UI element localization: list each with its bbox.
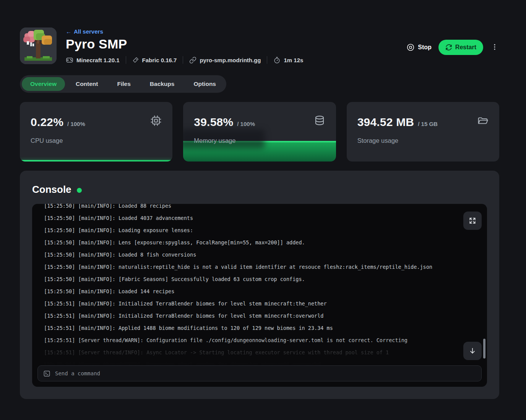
console-log-line: [15:25:51] [Server thread/WARN]: Configu… [44,334,469,346]
console-log-line: [15:25:51] [Server thread/INFO]: Async L… [44,346,469,359]
meta-label: 1m 12s [284,57,303,63]
stats-row: 0.22% / 100% CPU usage 39.58% / 100 [20,102,499,162]
console-card: Console [15:25:50] [main/INFO]: Loaded 8… [20,171,499,399]
cpu-usage-value: 0.22% [31,116,63,129]
cpu-usage-card: 0.22% / 100% CPU usage [20,102,172,162]
fabric-icon [132,57,139,63]
stop-button-label: Stop [418,44,432,51]
meta-minecraft-version: Minecraft 1.20.1 [66,56,120,64]
storage-usage-value: 394.52 MB [357,116,414,129]
divider [183,56,183,64]
expand-console-button[interactable] [463,212,482,230]
cpu-usage-label: CPU usage [31,137,63,144]
pixel-tree-icon [20,27,57,64]
server-header: ← All servers Pyro SMP Minecraft 1.20.1 [20,27,499,64]
console-header: Console [32,184,487,195]
console-log-line: [15:25:50] [main/INFO]: Loaded 88 recipe… [44,204,469,212]
back-link-label: All servers [74,28,103,35]
console-log-lines: [15:25:50] [main/INFO]: Loaded 88 recipe… [44,204,469,365]
console-log-line: [15:25:51] [Server thread/INFO]: Prepari… [44,359,469,365]
server-online-status-dot [77,188,82,193]
storage-usage-max: / 15 GB [418,121,438,127]
console-title: Console [32,184,71,195]
cpu-icon [150,115,162,128]
meta-loader-version: Fabric 0.16.7 [132,57,177,63]
memory-usage-value: 39.58% [194,116,233,129]
memory-usage-label: Memory usage [194,137,235,144]
console-log-line: [15:25:50] [main/INFO]: Loaded 8 fish co… [44,249,469,261]
database-icon [314,115,325,128]
console-log-line: [15:25:50] [main/INFO]: naturalist:repti… [44,261,469,273]
terminal-icon [43,370,50,377]
divider [126,56,126,64]
server-avatar [20,27,57,64]
tab-backups[interactable]: Backups [141,77,183,91]
console-log-line: [15:25:51] [main/INFO]: Initialized Terr… [44,297,469,310]
console-scrollbar-thumb[interactable] [483,339,485,359]
meta-label: pyro-smp.modrinth.gg [200,57,261,63]
divider [267,56,267,64]
back-to-all-servers-link[interactable]: ← All servers [66,28,103,35]
stop-button[interactable]: Stop [406,43,432,52]
server-info: ← All servers Pyro SMP Minecraft 1.20.1 [66,27,406,64]
console-log-line: [15:25:50] [main/INFO]: Loaded 4037 adva… [44,212,469,224]
server-page: ← All servers Pyro SMP Minecraft 1.20.1 [0,0,526,399]
expand-icon [469,217,476,225]
server-meta-row: Minecraft 1.20.1 Fabric 0.16.7 [66,56,406,64]
link-icon [189,57,196,64]
restart-button-label: Restart [455,44,476,51]
kebab-menu-icon [491,43,498,51]
more-options-button[interactable] [490,42,499,53]
server-actions: Stop Restart [406,40,499,55]
command-input-wrap [37,365,482,381]
gamepad-icon [66,56,73,64]
page-title: Pyro SMP [66,37,406,52]
cpu-usage-bar [20,160,172,162]
storage-usage-label: Storage usage [357,137,398,144]
stop-icon [406,43,415,52]
console-log-line: [15:25:51] [main/INFO]: Initialized Terr… [44,310,469,322]
arrow-down-icon [469,347,476,355]
folder-icon [477,115,489,128]
meta-label: Fabric 0.16.7 [142,57,177,63]
console-log-line: [15:25:50] [main/INFO]: Loaded 144 recip… [44,285,469,297]
tab-content[interactable]: Content [67,77,107,91]
console-box: [15:25:50] [main/INFO]: Loaded 88 recipe… [32,204,487,387]
tab-files[interactable]: Files [109,77,139,91]
tab-options[interactable]: Options [185,77,224,91]
back-arrow-icon: ← [66,28,71,35]
cpu-usage-max: / 100% [67,121,85,127]
tab-bar: OverviewContentFilesBackupsOptions [20,75,226,93]
console-log-line: [15:25:50] [main/INFO]: Lens [exposure:s… [44,236,469,249]
console-log-line: [15:25:51] [main/INFO]: Applied 1488 bio… [44,322,469,334]
console-log-line: [15:25:50] [main/INFO]: Loading exposure… [44,224,469,236]
restart-button[interactable]: Restart [438,40,483,55]
stopwatch-icon [273,57,281,64]
scroll-to-bottom-button[interactable] [463,342,482,360]
meta-server-address[interactable]: pyro-smp.modrinth.gg [189,57,261,64]
memory-usage-max: / 100% [237,121,255,127]
console-log-area[interactable]: [15:25:50] [main/INFO]: Loaded 88 recipe… [32,204,487,365]
meta-uptime: 1m 12s [273,57,303,64]
tab-overview[interactable]: Overview [22,77,65,91]
restart-icon [445,44,452,51]
console-log-line: [15:25:50] [main/INFO]: [Fabric Seasons]… [44,273,469,285]
command-row [32,365,487,387]
memory-usage-card: 39.58% / 100% Memory usage [183,102,336,162]
command-input[interactable] [55,370,476,376]
storage-usage-card: 394.52 MB / 15 GB Storage usage [347,102,499,162]
meta-label: Minecraft 1.20.1 [76,57,120,63]
